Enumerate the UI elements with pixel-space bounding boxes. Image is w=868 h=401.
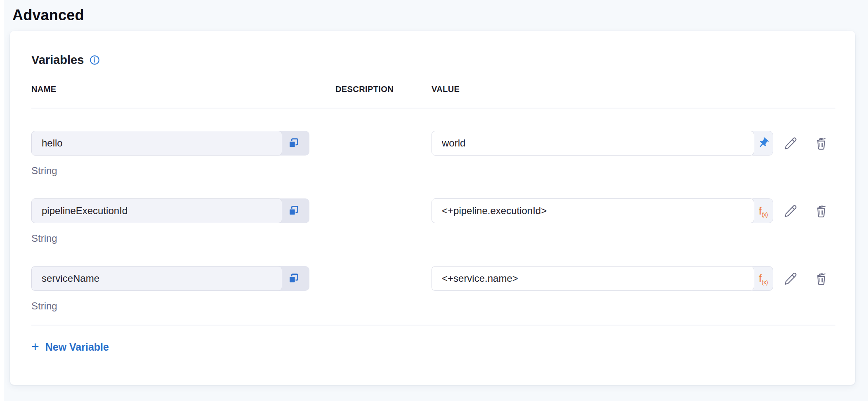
variable-value-input[interactable] (432, 266, 754, 291)
variable-type-label: String (31, 165, 335, 176)
new-variable-label: New Variable (45, 341, 109, 353)
new-variable-button[interactable]: + New Variable (31, 339, 109, 355)
trash-icon (814, 203, 829, 219)
table-row: String f(x) (31, 198, 835, 244)
value-cell: f(x) (432, 266, 835, 291)
variable-value-input[interactable] (432, 131, 754, 156)
variable-value-input[interactable] (432, 198, 754, 223)
column-header-description: DESCRIPTION (335, 85, 432, 94)
page-title: Advanced (12, 7, 84, 24)
table-header-row: NAME DESCRIPTION VALUE (31, 85, 835, 94)
variable-type-label: String (31, 233, 335, 244)
info-icon (90, 55, 100, 65)
pencil-icon (783, 271, 799, 286)
expression-fx-icon: f(x) (759, 273, 768, 284)
name-cell: String (31, 198, 335, 244)
copy-icon (287, 272, 300, 285)
edit-variable-button[interactable] (781, 131, 800, 156)
header-divider (31, 108, 835, 109)
delete-variable-button[interactable] (812, 131, 831, 156)
copy-icon (287, 137, 300, 150)
plus-icon: + (31, 340, 39, 353)
table-row: String (31, 131, 835, 176)
edit-variable-button[interactable] (781, 198, 800, 223)
delete-variable-button[interactable] (812, 266, 831, 291)
variables-panel: Variables NAME DESCRIPTION VALUE (10, 31, 855, 385)
name-cell: String (31, 131, 335, 176)
expression-fx-icon: f(x) (759, 205, 768, 216)
trash-icon (814, 271, 829, 286)
column-header-value: VALUE (432, 85, 835, 94)
variables-title: Variables (31, 53, 84, 67)
left-edge-strip (0, 0, 4, 401)
variable-name-input[interactable] (31, 266, 282, 291)
variable-name-input[interactable] (31, 198, 282, 223)
footer-divider (31, 325, 835, 326)
variable-type-label: String (31, 301, 335, 311)
edit-variable-button[interactable] (781, 266, 800, 291)
pencil-icon (783, 135, 799, 151)
trash-icon (814, 135, 829, 151)
pin-icon (755, 134, 772, 152)
table-row: String f(x) (31, 266, 835, 311)
pencil-icon (783, 203, 799, 219)
name-cell: String (31, 266, 335, 311)
info-button[interactable] (90, 55, 100, 65)
variable-name-input[interactable] (31, 131, 282, 156)
copy-icon (287, 205, 300, 217)
column-header-name: NAME (31, 85, 335, 94)
value-cell: f(x) (432, 198, 835, 223)
delete-variable-button[interactable] (812, 198, 831, 223)
value-cell (432, 131, 835, 156)
